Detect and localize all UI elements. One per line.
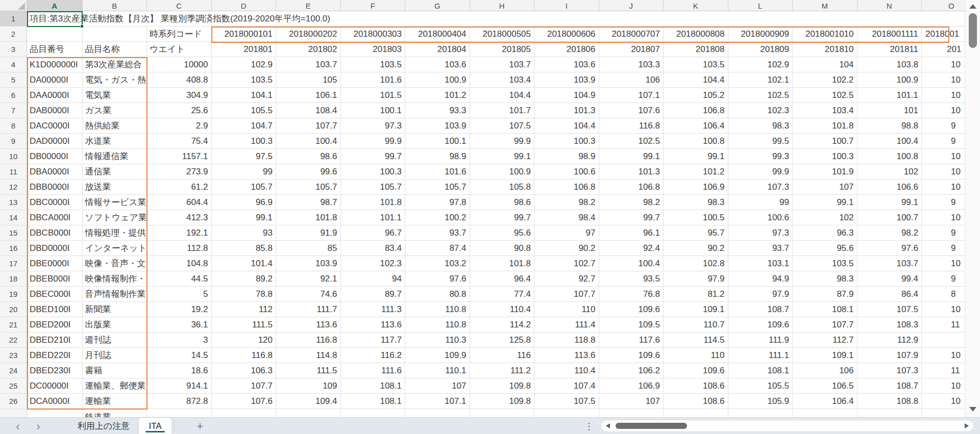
cell-value[interactable]: 97.3 [341,118,406,133]
cell-value[interactable]: 87.4 [405,241,470,256]
cell-item-code[interactable]: DCA0000I [27,394,83,409]
cell-value[interactable]: 100.3 [341,164,406,179]
cell-value[interactable]: 99.9 [728,164,793,179]
cell-value-clipped[interactable]: 10 [922,302,965,317]
cell-value-clipped[interactable]: 10 [922,88,965,103]
cell-value[interactable]: 106.8 [534,180,599,194]
cell-value[interactable]: 93 [212,225,277,240]
cell-value[interactable]: 107.7 [793,317,857,332]
cell-value[interactable]: 113.6 [534,348,599,363]
cell-value[interactable]: 114.2 [470,317,535,332]
cell-value[interactable]: 108.8 [857,394,922,409]
cell-item-name-label[interactable]: 品目名称 [83,42,148,57]
cell-value[interactable]: 106.4 [793,394,857,409]
cell-value[interactable]: 94.9 [728,271,793,286]
cell-value[interactable]: 107.3 [857,363,922,378]
cell-item-name[interactable]: 新聞業 [83,302,148,317]
cell-value[interactable]: 104.4 [470,88,535,103]
cell-value-clipped[interactable]: 10 [922,149,965,164]
row-number[interactable]: 7 [0,103,27,118]
cell-value[interactable]: 103.8 [857,57,922,72]
cell-value[interactable]: 106.6 [857,180,922,194]
horizontal-scrollbar-thumb[interactable] [616,423,687,429]
cell-value-clipped[interactable]: 11 [922,363,965,378]
cell-item-name[interactable]: 運輸業 [83,394,148,409]
cell-value[interactable]: 102.1 [728,72,793,87]
row-number[interactable]: 1 [0,11,27,26]
cell-value[interactable]: 103.7 [276,57,341,72]
cell-weight[interactable]: 18.6 [147,363,212,378]
cell-month[interactable]: 201808 [664,42,728,57]
cell-value[interactable]: 95.6 [470,225,535,240]
cell-month[interactable]: 201805 [470,42,535,57]
cell-value[interactable]: 96.7 [341,225,406,240]
cell-value[interactable]: 100.8 [857,149,922,164]
cell-weight[interactable]: 1157.1 [147,149,212,164]
cell-month-clipped[interactable]: 201 [922,42,965,57]
cell-value[interactable]: 101.2 [405,88,470,103]
cell-value[interactable]: 105.7 [212,180,277,194]
cell-item-code[interactable]: DC00000I [27,378,83,393]
cell-weight[interactable]: 10000 [147,57,212,72]
cell-value[interactable]: 107.7 [276,118,341,133]
cell-value[interactable]: 96.1 [599,225,664,240]
cell-value[interactable]: 93.3 [405,103,470,118]
column-header-a[interactable]: A [27,0,83,11]
cell-value[interactable]: 106.9 [664,180,728,194]
cell-code[interactable]: 2018000202 [276,27,341,41]
cell-value[interactable]: 103.9 [276,256,341,271]
cell-value[interactable]: 98.7 [276,195,341,210]
cell-code[interactable]: 2018000909 [728,27,793,41]
cell-value[interactable]: 108.1 [728,363,793,378]
cell-value[interactable]: 99.9 [470,134,535,148]
cell-month[interactable]: 201803 [341,42,406,57]
cell-value[interactable]: 95.7 [664,225,728,240]
cell-value[interactable]: 98.2 [534,195,599,210]
cell-value[interactable]: 111.6 [341,363,406,378]
cell-value[interactable]: 107.7 [534,287,599,301]
cell-value[interactable]: 99.3 [728,149,793,164]
cell-item-code[interactable]: DAB0000I [27,103,83,118]
row-number[interactable]: 15 [0,225,27,240]
cell-item-code[interactable]: K1D000000I [27,57,83,72]
column-header-e[interactable]: E [276,0,341,11]
add-sheet-button[interactable]: + [193,418,207,434]
cell-item-name[interactable]: インターネット [83,241,148,256]
cell-month[interactable]: 201804 [405,42,470,57]
cell-value[interactable]: 112.7 [793,333,857,347]
cell-value[interactable]: 101.6 [341,72,406,87]
cell-value[interactable]: 110.7 [664,317,728,332]
cell-value[interactable]: 99.7 [599,210,664,225]
cell-value[interactable]: 90.8 [470,241,535,256]
cell-value[interactable]: 107 [793,180,857,194]
cell-value-clipped[interactable] [922,333,965,347]
cell-value[interactable]: 78.8 [212,287,277,301]
cell-value[interactable]: 108.1 [341,394,406,409]
select-all-corner[interactable] [0,0,27,11]
cell-value-clipped[interactable]: 9 [922,134,965,148]
cell-value[interactable]: 109.8 [470,394,535,409]
cell-value[interactable]: 96.3 [793,225,857,240]
cell-item-code[interactable]: DBED200I [27,317,83,332]
cell-value[interactable]: 110.8 [405,302,470,317]
cell-value[interactable]: 99.1 [470,149,535,164]
cell-item-code[interactable]: DAA0000I [27,88,83,103]
cell-value[interactable]: 105.7 [341,180,406,194]
cell-item-code[interactable]: DAD0000I [27,134,83,148]
cell-value[interactable]: 105.8 [470,180,535,194]
cell-value-clipped[interactable] [922,409,965,417]
cell-value[interactable]: 101.6 [405,164,470,179]
cell-code[interactable]: 2018000101 [212,27,277,41]
cell-value[interactable]: 103.7 [857,256,922,271]
cell-weight[interactable]: 112.8 [147,241,212,256]
cell-value[interactable]: 101.5 [341,88,406,103]
cell-value[interactable]: 100.4 [599,256,664,271]
cell-weight[interactable]: 19.2 [147,302,212,317]
cell-item-number-label[interactable]: 品目番号 [27,42,83,57]
cell-value[interactable]: 110.3 [405,333,470,347]
cell-value[interactable]: 100.6 [728,210,793,225]
cell-value[interactable]: 93.7 [728,241,793,256]
cell-value[interactable]: 101.8 [276,210,341,225]
cell-item-code[interactable]: DBEC000I [27,287,83,301]
cell-value[interactable]: 90.2 [534,241,599,256]
